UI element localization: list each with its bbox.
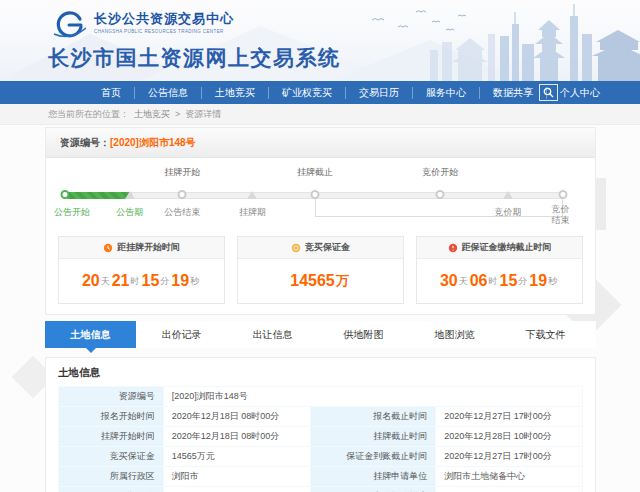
nav-item-service-center[interactable]: 服务中心 (413, 87, 480, 99)
timeline-marker-listing-period (247, 191, 257, 199)
timeline-marker-bidding-start (436, 190, 445, 199)
row-value: 2020年12月28日 10时00分 (436, 427, 583, 447)
timeline-marker-bidding-period (503, 191, 513, 199)
row-label: 起始价 (59, 487, 164, 492)
card-title: 距挂牌开始时间 (117, 241, 180, 254)
tab-download-files[interactable]: 下载文件 (500, 321, 591, 348)
breadcrumb-prefix: 您当前所在的位置： (48, 108, 129, 121)
row-value: 浏阳市 (163, 467, 310, 487)
search-icon (543, 87, 554, 98)
detail-tabs: 土地信息 出价记录 出让信息 供地附图 地图浏览 下载文件 (45, 321, 596, 348)
countdown-cards: 距挂牌开始时间 20天21时15分19秒 竞买保证金 14565万 (58, 236, 583, 304)
row-value: [2020]浏阳市148号 (163, 387, 582, 407)
section-title: 土地信息 (58, 366, 583, 380)
row-label: 挂牌申请单位 (310, 467, 436, 487)
resource-summary-panel: 资源编号： [2020]浏阳市148号 挂牌开始 挂牌截止 竞价开始 公告开始 … (45, 127, 596, 315)
timeline-marker-announce-end (178, 190, 187, 199)
org-name: 长沙公共资源交易中心 (94, 10, 234, 28)
nav-item-trading-calendar[interactable]: 交易日历 (346, 87, 413, 99)
search-button[interactable] (539, 84, 558, 101)
auction-stage-timeline: 挂牌开始 挂牌截止 竞价开始 公告开始 公告期 公告结束 挂牌期 竞价期 竞价结… (62, 164, 563, 230)
row-label: 报名开始时间 (59, 407, 164, 427)
resource-number-bar: 资源编号： [2020]浏阳市148号 (46, 128, 595, 158)
row-label: 挂牌开始时间 (59, 427, 164, 447)
timeline-marker-announce-period (125, 191, 135, 199)
row-value: 14565万元 (163, 487, 310, 492)
resource-number-value: [2020]浏阳市148号 (110, 136, 196, 150)
tab-land-supply-map[interactable]: 供地附图 (318, 321, 409, 348)
deposit-value: 14565万 (238, 259, 403, 303)
row-value: 浏阳市土地储备中心 (436, 467, 583, 487)
nav-item-data-sharing[interactable]: 数据共享 (480, 87, 547, 99)
breadcrumb-separator: > (175, 109, 180, 119)
row-value: 2020年12月27日 17时00分 (436, 447, 583, 467)
row-label: 竞价增价幅度 (310, 487, 436, 492)
timeline-stage-announce-end: 公告结束 (164, 206, 200, 219)
row-label: 报名截止时间 (310, 407, 436, 427)
timeline-stage-announce-start: 公告开始 (54, 206, 90, 219)
card-title: 距保证金缴纳截止时间 (462, 241, 552, 254)
alarm-icon (448, 243, 458, 253)
table-row: 所属行政区 浏阳市 挂牌申请单位 浏阳市土地储备中心 (59, 467, 583, 487)
timeline-marker-listing-end (311, 190, 320, 199)
nav-item-announcements[interactable]: 公告信息 (135, 87, 202, 99)
nav-item-mining-rights[interactable]: 矿业权竞买 (269, 87, 346, 99)
timeline-stage-bidding-end: 竞价结束 (549, 204, 571, 226)
site-header: 长沙公共资源交易中心 CHANGSHA PUBLIC RESOURCES TRA… (0, 0, 640, 81)
countdown-card-deposit-deadline: 距保证金缴纳截止时间 30天06时15分19秒 (416, 236, 583, 304)
resource-number-label: 资源编号： (60, 136, 110, 150)
timeline-stage-announce-period: 公告期 (116, 206, 143, 219)
row-value: 14565万元 (163, 447, 310, 467)
table-row: 竞买保证金 14565万元 保证金到账截止时间 2020年12月27日 17时0… (59, 447, 583, 467)
land-info-table: 资源编号 [2020]浏阳市148号 报名开始时间 2020年12月18日 08… (58, 386, 583, 492)
timeline-progress-fill (65, 192, 133, 199)
timeline-label-listing-start: 挂牌开始 (164, 166, 200, 179)
countdown-value: 20天21时15分19秒 (59, 259, 224, 303)
card-title: 竞买保证金 (305, 241, 350, 254)
clock-icon (103, 243, 113, 253)
nav-item-home[interactable]: 首页 (88, 87, 135, 99)
row-label: 资源编号 (59, 387, 164, 407)
row-label: 保证金到账截止时间 (310, 447, 436, 467)
row-value: 300万元 (436, 487, 583, 492)
row-label: 竞买保证金 (59, 447, 164, 467)
deposit-amount-card: 竞买保证金 14565万 (237, 236, 404, 304)
row-label: 所属行政区 (59, 467, 164, 487)
nav-list: 首页 公告信息 土地竞买 矿业权竞买 交易日历 服务中心 数据共享 个人中心 (88, 81, 613, 104)
table-row: 报名开始时间 2020年12月18日 08时00分 报名截止时间 2020年12… (59, 407, 583, 427)
countdown-value: 30天06时15分19秒 (417, 259, 582, 303)
timeline-marker-announce-start (60, 190, 69, 199)
row-label: 挂牌截止时间 (310, 427, 436, 447)
breadcrumb-section-link[interactable]: 土地竞买 (134, 108, 170, 121)
tab-map-browse[interactable]: 地图浏览 (409, 321, 500, 348)
tab-bid-records[interactable]: 出价记录 (136, 321, 227, 348)
breadcrumb: 您当前所在的位置： 土地竞买 > 资源详情 (0, 104, 640, 125)
nav-item-land-bidding[interactable]: 土地竞买 (202, 87, 269, 99)
main-nav: 首页 公告信息 土地竞买 矿业权竞买 交易日历 服务中心 数据共享 个人中心 (0, 81, 640, 104)
timeline-label-bidding-start: 竞价开始 (422, 166, 458, 179)
trading-center-logo-icon (52, 10, 86, 40)
tab-land-info[interactable]: 土地信息 (45, 321, 136, 348)
countdown-card-listing-start: 距挂牌开始时间 20天21时15分19秒 (58, 236, 225, 304)
row-value: 2020年12月18日 08时00分 (163, 427, 310, 447)
row-value: 2020年12月18日 08时00分 (163, 407, 310, 427)
table-row: 起始价 14565万元 竞价增价幅度 300万元 (59, 487, 583, 492)
org-name-en: CHANGSHA PUBLIC RESOURCES TRADING CENTER (94, 29, 234, 34)
timeline-marker-bidding-end (559, 190, 568, 199)
table-row: 资源编号 [2020]浏阳市148号 (59, 387, 583, 407)
timeline-stage-listing-period: 挂牌期 (239, 206, 266, 219)
breadcrumb-current: 资源详情 (185, 108, 221, 121)
table-row: 挂牌开始时间 2020年12月18日 08时00分 挂牌截止时间 2020年12… (59, 427, 583, 447)
coin-icon (291, 243, 301, 253)
land-info-panel: 土地信息 资源编号 [2020]浏阳市148号 报名开始时间 2020年12月1… (45, 357, 596, 492)
row-value: 2020年12月27日 17时00分 (436, 407, 583, 427)
page-title: 长沙市国土资源网上交易系统 (48, 44, 341, 72)
timeline-stage-bidding-period: 竞价期 (494, 206, 521, 219)
tab-transfer-info[interactable]: 出让信息 (227, 321, 318, 348)
timeline-label-listing-end: 挂牌截止 (297, 166, 333, 179)
